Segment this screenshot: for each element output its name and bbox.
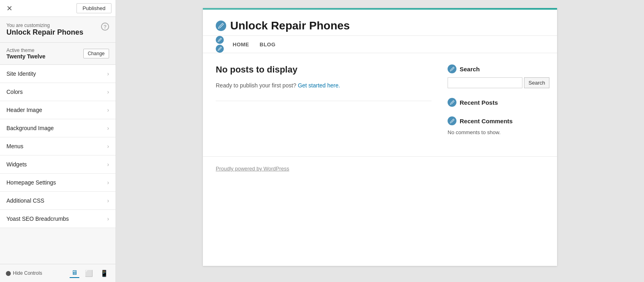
edit-recent-posts-icon[interactable] (448, 98, 456, 107)
theme-name: Twenty Twelve (6, 53, 45, 60)
sidebar-header: ✕ Published (0, 0, 116, 17)
search-input[interactable] (448, 77, 522, 88)
sidebar-item-label-header-image: Header Image (6, 107, 42, 113)
sidebar-item-label-site-identity: Site Identity (6, 70, 36, 77)
chevron-right-icon: › (107, 107, 109, 113)
sidebar-item-additional-css[interactable]: Additional CSS› (0, 192, 116, 210)
mobile-icon: 📱 (100, 270, 108, 277)
site-name: Unlock Repair Phones (6, 28, 83, 36)
active-theme-section: Active theme Twenty Twelve Change (0, 43, 116, 65)
search-submit-button[interactable]: Search (524, 77, 549, 88)
powered-by-link[interactable]: Proudly powered by WordPress (216, 166, 289, 172)
search-widget-title: Search (460, 66, 480, 73)
site-header: Unlock Repair Phones (203, 10, 557, 36)
content-divider (216, 101, 431, 101)
active-theme-label: Active theme (6, 48, 45, 53)
chevron-right-icon: › (107, 216, 109, 222)
sidebar-item-label-menus: Menus (6, 143, 23, 149)
chevron-right-icon: › (107, 125, 109, 131)
view-buttons: 🖥 ⬜ 📱 (70, 268, 110, 278)
widget-area: Search Search Recent Posts (448, 64, 544, 145)
publish-prompt: Ready to publish your first post? Get st… (216, 82, 431, 89)
recent-posts-widget-header: Recent Posts (448, 98, 544, 107)
sidebar-item-widgets[interactable]: Widgets› (0, 156, 116, 174)
recent-comments-widget-title: Recent Comments (460, 118, 513, 124)
desktop-icon: 🖥 (71, 269, 78, 276)
edit-search-widget-icon[interactable] (448, 64, 456, 73)
change-theme-button[interactable]: Change (83, 49, 109, 58)
chevron-right-icon: › (107, 197, 109, 204)
sidebar-item-label-homepage-settings: Homepage Settings (6, 179, 56, 186)
sidebar-item-menus[interactable]: Menus› (0, 137, 116, 156)
close-button[interactable]: ✕ (4, 4, 15, 13)
sidebar-item-site-identity[interactable]: Site Identity› (0, 65, 116, 83)
search-widget-row: Search (448, 77, 544, 88)
chevron-right-icon: › (107, 161, 109, 168)
hide-controls-button[interactable]: ⬤ Hide Controls (6, 270, 42, 276)
nav-blog-link[interactable]: BLOG (256, 37, 280, 52)
published-button[interactable]: Published (76, 3, 111, 13)
publish-prompt-text: Ready to publish your first post? (216, 82, 296, 89)
customizing-label: You are customizing (6, 23, 109, 28)
sidebar: ✕ Published You are customizing Unlock R… (0, 0, 116, 282)
desktop-view-button[interactable]: 🖥 (70, 268, 79, 278)
sidebar-item-label-background-image: Background Image (6, 125, 54, 131)
edit-site-title-icon[interactable] (216, 21, 226, 31)
recent-comments-widget-header: Recent Comments (448, 116, 544, 125)
nav-edit-icons (216, 36, 224, 53)
site-nav: HOME BLOG (203, 36, 557, 53)
get-started-link[interactable]: Get started here. (298, 82, 340, 89)
sidebar-item-label-additional-css: Additional CSS (6, 197, 44, 204)
help-icon[interactable]: ? (101, 23, 109, 31)
sidebar-item-label-yoast-seo-breadcrumbs: Yoast SEO Breadcrumbs (6, 216, 69, 222)
search-widget: Search Search (448, 64, 544, 88)
recent-posts-widget-title: Recent Posts (460, 99, 498, 106)
nav-home-link[interactable]: HOME (229, 37, 253, 52)
no-posts-heading: No posts to display (216, 64, 431, 75)
sidebar-item-colors[interactable]: Colors› (0, 83, 116, 101)
sidebar-item-homepage-settings[interactable]: Homepage Settings› (0, 174, 116, 192)
circle-icon: ⬤ (6, 270, 11, 276)
preview-area: Unlock Repair Phones HOME BLOG No posts … (116, 0, 644, 282)
customizing-section: You are customizing Unlock Repair Phones… (0, 17, 116, 43)
preview-frame: Unlock Repair Phones HOME BLOG No posts … (203, 8, 557, 266)
edit-recent-comments-icon[interactable] (448, 116, 456, 125)
no-comments-text: No comments to show. (448, 129, 544, 135)
site-footer: Proudly powered by WordPress (203, 156, 557, 180)
edit-nav-icon-2[interactable] (216, 45, 224, 53)
recent-posts-widget: Recent Posts (448, 98, 544, 107)
main-content: No posts to display Ready to publish you… (216, 64, 431, 145)
theme-info: Active theme Twenty Twelve (6, 48, 45, 60)
sidebar-footer: ⬤ Hide Controls 🖥 ⬜ 📱 (0, 264, 116, 282)
sidebar-item-yoast-seo-breadcrumbs[interactable]: Yoast SEO Breadcrumbs› (0, 210, 116, 228)
sidebar-item-label-widgets: Widgets (6, 161, 27, 168)
edit-nav-icon-1[interactable] (216, 36, 224, 44)
tablet-icon: ⬜ (85, 270, 93, 277)
chevron-right-icon: › (107, 179, 109, 186)
chevron-right-icon: › (107, 89, 109, 95)
site-title: Unlock Repair Phones (230, 19, 350, 32)
content-area: No posts to display Ready to publish you… (203, 53, 557, 156)
sidebar-item-background-image[interactable]: Background Image› (0, 119, 116, 137)
chevron-right-icon: › (107, 143, 109, 149)
search-widget-header: Search (448, 64, 544, 73)
chevron-right-icon: › (107, 70, 109, 77)
recent-comments-widget: Recent Comments No comments to show. (448, 116, 544, 135)
sidebar-item-label-colors: Colors (6, 89, 23, 95)
tablet-view-button[interactable]: ⬜ (83, 268, 95, 278)
sidebar-item-header-image[interactable]: Header Image› (0, 101, 116, 119)
sidebar-menu: Site Identity›Colors›Header Image›Backgr… (0, 65, 116, 264)
hide-controls-label: Hide Controls (13, 270, 42, 276)
mobile-view-button[interactable]: 📱 (99, 268, 110, 278)
